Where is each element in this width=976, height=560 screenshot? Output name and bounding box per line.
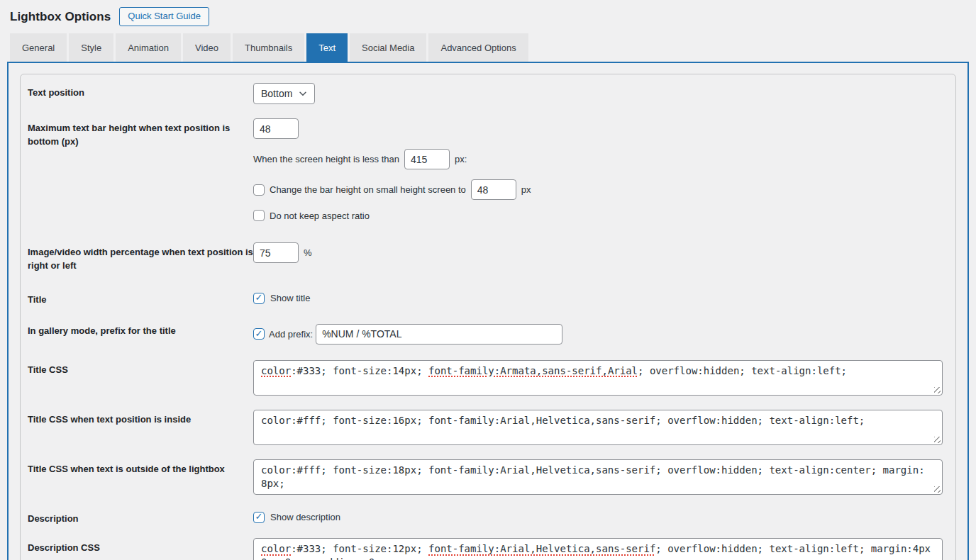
gallery-prefix-row: In gallery mode, prefix for the title Ad… [28,321,943,345]
tab-social-media[interactable]: Social Media [350,33,426,62]
show-description-checkbox[interactable] [253,512,265,523]
tab-thumbnails[interactable]: Thumbnails [233,33,304,62]
small-screen-bar-height-unit: px [521,184,531,195]
settings-card: Text position Bottom Maximum text bar he… [20,74,956,560]
description-css-label: Description CSS [28,538,253,555]
width-percentage-row: Image/video width percentage when text p… [28,242,943,273]
add-prefix-checkbox[interactable] [253,328,265,340]
title-css-inside-textarea[interactable]: color:#fff; font-size:16px; font-family:… [253,410,943,445]
title-css-textarea[interactable]: color:#333; font-size:14px; font-family:… [253,360,943,396]
small-screen-bar-height-label: Change the bar height on small height sc… [270,184,466,195]
screen-height-text-before: When the screen height is less than [253,154,399,164]
max-bar-height-row: Maximum text bar height when text positi… [28,118,943,221]
small-screen-bar-height-input[interactable] [471,179,516,200]
show-title-label: Show title [270,293,310,303]
text-position-row: Text position Bottom [28,83,943,104]
width-percentage-input[interactable] [253,242,299,263]
add-prefix-label: Add prefix: [269,329,313,340]
title-css-inside-label: Title CSS when text position is inside [28,410,253,427]
title-prefix-input[interactable] [316,324,562,345]
width-percentage-unit: % [304,247,312,258]
text-position-select[interactable]: Bottom [253,83,315,104]
description-row: Description Show description [28,509,943,526]
title-css-inside-row: Title CSS when text position is inside c… [28,410,943,445]
tab-animation[interactable]: Animation [116,33,181,62]
title-css-outside-textarea[interactable]: color:#fff; font-size:18px; font-family:… [253,459,943,495]
tab-video[interactable]: Video [183,33,231,62]
title-label: Title [28,290,253,307]
tab-advanced-options[interactable]: Advanced Options [428,33,528,62]
gallery-prefix-label: In gallery mode, prefix for the title [28,321,253,338]
quick-start-guide-button[interactable]: Quick Start Guide [119,7,209,26]
chevron-down-icon [298,89,308,99]
title-css-outside-label: Title CSS when text is outside of the li… [28,459,253,476]
description-css-row: Description CSS color:#333; font-size:12… [28,538,943,560]
page-title: Lightbox Options [10,10,111,24]
title-css-label: Title CSS [28,360,253,377]
max-bar-height-input[interactable] [253,118,299,139]
title-css-row: Title CSS color:#333; font-size:14px; fo… [28,360,943,396]
text-position-label: Text position [28,83,253,100]
aspect-ratio-checkbox[interactable] [253,210,265,221]
description-css-textarea[interactable]: color:#333; font-size:12px; font-family:… [253,538,943,560]
small-screen-bar-height-checkbox[interactable] [253,184,265,196]
page-header: Lightbox Options Quick Start Guide [0,0,976,27]
max-bar-height-label: Maximum text bar height when text positi… [28,118,253,149]
title-row: Title Show title [28,290,943,307]
screen-height-text-after: px: [455,154,467,164]
show-description-label: Show description [270,512,340,522]
tab-style[interactable]: Style [69,33,113,62]
tab-bar: General Style Animation Video Thumbnails… [0,33,976,62]
screen-height-input[interactable] [404,149,450,169]
tab-general[interactable]: General [10,33,67,62]
description-label: Description [28,509,253,526]
tab-text[interactable]: Text [306,33,348,62]
text-settings-panel: Text position Bottom Maximum text bar he… [7,62,969,560]
width-percentage-label: Image/video width percentage when text p… [28,242,253,273]
title-css-outside-row: Title CSS when text is outside of the li… [28,459,943,495]
show-title-checkbox[interactable] [253,293,265,304]
text-position-value: Bottom [261,88,292,99]
aspect-ratio-label: Do not keep aspect ratio [270,211,370,221]
